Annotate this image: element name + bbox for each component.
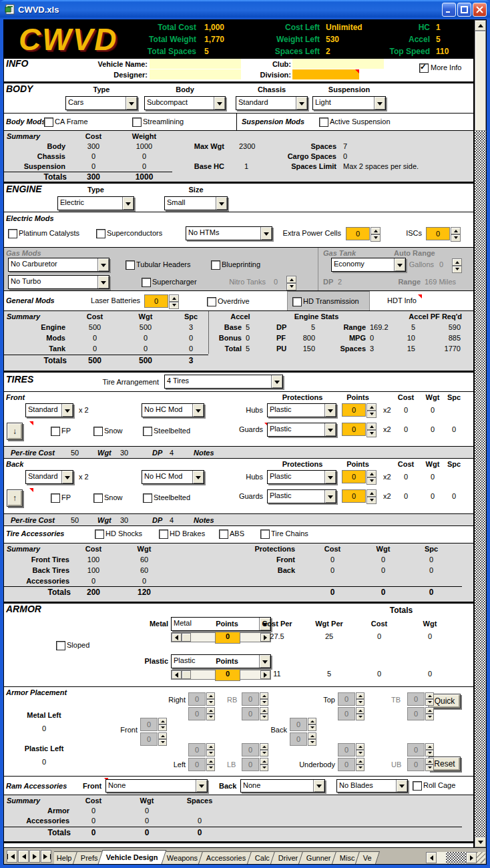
scroll-left-icon[interactable] <box>172 670 182 679</box>
ub-plastic-spinner[interactable]: 0 <box>407 758 434 771</box>
front-hc-mod-dropdown[interactable]: No HC Mod <box>142 403 204 417</box>
chevron-down-icon[interactable] <box>260 227 272 240</box>
title-bar[interactable]: CWVD.xls <box>0 0 490 19</box>
previous-sheet-button[interactable] <box>18 850 29 863</box>
hd-shocks-checkbox[interactable] <box>95 529 104 539</box>
left-metal-spinner[interactable]: 0 <box>188 743 215 756</box>
scroll-down-icon[interactable] <box>475 837 486 847</box>
chevron-down-icon[interactable] <box>324 423 336 436</box>
overdrive-checkbox[interactable] <box>207 297 216 306</box>
lb-metal-spinner[interactable]: 0 <box>242 743 268 756</box>
tab-vehicle-truncated[interactable]: Ve <box>355 851 380 864</box>
left-plastic-spinner[interactable]: 0 <box>188 758 215 771</box>
blades-dropdown[interactable]: No Blades <box>336 779 408 793</box>
spin-up-icon[interactable] <box>356 758 364 765</box>
front-metal-spinner[interactable]: 0 <box>140 718 167 731</box>
chevron-down-icon[interactable] <box>97 258 109 271</box>
spin-up-icon[interactable] <box>260 707 268 714</box>
lb-plastic-spinner[interactable]: 0 <box>242 758 268 771</box>
vertical-scrollbar[interactable] <box>475 20 486 847</box>
chevron-down-icon[interactable] <box>324 490 336 503</box>
division-field[interactable] <box>292 69 359 79</box>
spin-up-icon[interactable] <box>356 692 364 699</box>
turbo-dropdown[interactable]: No Turbo <box>8 275 109 289</box>
spin-down-icon[interactable] <box>451 234 461 242</box>
htm-dropdown[interactable]: No HTMs <box>186 226 272 240</box>
back-snow-checkbox[interactable] <box>93 493 103 503</box>
carburetor-dropdown[interactable]: No Carburetor <box>8 258 109 272</box>
tab-accessories[interactable]: Accessories <box>198 851 254 864</box>
spin-down-icon[interactable] <box>158 724 167 731</box>
chevron-down-icon[interactable] <box>324 404 336 417</box>
chevron-down-icon[interactable] <box>126 97 137 110</box>
minimize-button[interactable] <box>442 3 456 17</box>
next-sheet-button[interactable] <box>29 850 40 863</box>
chevron-down-icon[interactable] <box>196 780 207 792</box>
scrollbar-track-checkered[interactable] <box>446 852 466 863</box>
back-steelbelted-checkbox[interactable] <box>143 493 152 503</box>
back-hubs-dropdown[interactable]: Plastic <box>267 470 336 484</box>
spin-up-icon[interactable] <box>206 743 215 750</box>
spin-up-icon[interactable] <box>158 718 167 724</box>
spin-down-icon[interactable] <box>260 699 268 706</box>
back-fp-checkbox[interactable] <box>51 493 60 503</box>
more-info-checkbox[interactable]: ✓ <box>419 63 429 73</box>
front-plastic-spinner[interactable]: 0 <box>140 732 167 746</box>
chevron-down-icon[interactable] <box>61 404 73 417</box>
spin-up-icon[interactable] <box>356 743 364 750</box>
scroll-left-icon[interactable] <box>172 633 182 642</box>
gallons-spinner[interactable] <box>437 258 462 272</box>
scroll-left-icon[interactable] <box>426 852 437 863</box>
chevron-down-icon[interactable] <box>97 276 109 288</box>
right-metal-spinner[interactable]: 0 <box>188 692 215 706</box>
gas-tank-dropdown[interactable]: Economy <box>331 258 406 272</box>
spin-up-icon[interactable] <box>206 692 215 699</box>
front-snow-checkbox[interactable] <box>93 427 103 436</box>
rb-metal-spinner[interactable]: 0 <box>242 692 268 706</box>
spin-up-icon[interactable] <box>425 692 434 699</box>
front-tire-dropdown[interactable]: Standard <box>25 403 73 417</box>
spin-down-icon[interactable] <box>206 765 215 771</box>
hdt-info-link[interactable]: HDT Info <box>387 296 417 305</box>
scroll-up-icon[interactable] <box>475 20 486 31</box>
spin-up-icon[interactable] <box>308 732 316 739</box>
platinum-catalysts-checkbox[interactable] <box>8 229 17 238</box>
superconductors-checkbox[interactable] <box>96 229 105 238</box>
tab-vehicle-design[interactable]: Vehicle Design <box>98 850 166 864</box>
spin-down-icon[interactable] <box>356 699 364 706</box>
chassis-dropdown[interactable]: Standard <box>236 96 308 110</box>
tb-plastic-spinner[interactable]: 0 <box>407 707 434 720</box>
back-tire-move-button[interactable]: ↑ <box>7 489 23 507</box>
underbody-plastic-spinner[interactable]: 0 <box>338 758 364 771</box>
spin-down-icon[interactable] <box>452 266 462 273</box>
spin-down-icon[interactable] <box>366 411 377 418</box>
chevron-down-icon[interactable] <box>192 471 204 483</box>
first-sheet-button[interactable] <box>7 850 17 863</box>
spin-up-icon[interactable] <box>371 227 381 234</box>
spin-down-icon[interactable] <box>206 714 215 720</box>
chevron-down-icon[interactable] <box>61 471 73 483</box>
abs-checkbox[interactable] <box>219 529 228 539</box>
sloped-checkbox[interactable] <box>56 641 65 650</box>
engine-size-dropdown[interactable]: Small <box>164 196 228 210</box>
spin-down-icon[interactable] <box>371 234 381 242</box>
spin-down-icon[interactable] <box>308 739 316 746</box>
chevron-down-icon[interactable] <box>259 655 270 668</box>
back-hubs-points-spinner[interactable]: 0 <box>342 470 377 483</box>
back-guards-points-spinner[interactable]: 0 <box>342 489 377 503</box>
spin-up-icon[interactable] <box>425 707 434 714</box>
hd-brakes-checkbox[interactable] <box>159 529 168 539</box>
spin-down-icon[interactable] <box>425 750 434 756</box>
underbody-metal-spinner[interactable]: 0 <box>338 743 364 756</box>
spin-up-icon[interactable] <box>260 692 268 699</box>
right-plastic-spinner[interactable]: 0 <box>188 707 215 720</box>
spin-down-icon[interactable] <box>356 765 364 771</box>
tire-arrangement-dropdown[interactable]: 4 Tires <box>164 375 283 389</box>
back-tire-dropdown[interactable]: Standard <box>25 470 73 484</box>
spin-down-icon[interactable] <box>366 430 377 437</box>
suspension-dropdown[interactable]: Light <box>312 96 386 110</box>
spin-down-icon[interactable] <box>206 750 215 756</box>
chevron-down-icon[interactable] <box>296 97 307 110</box>
spin-down-icon[interactable] <box>366 477 377 485</box>
front-tire-move-button[interactable]: ↓ <box>7 423 23 440</box>
